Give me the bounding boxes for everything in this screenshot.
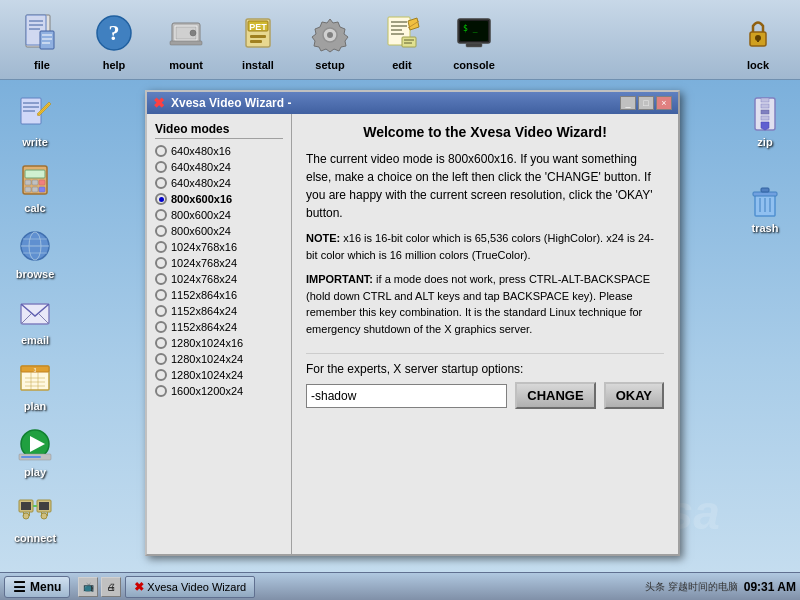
svg-rect-40 <box>757 38 759 42</box>
svg-rect-76 <box>21 502 31 510</box>
radio-800x600x24[interactable]: 800x600x24 <box>155 209 283 221</box>
desktop-icon-connect[interactable]: connect <box>0 484 70 550</box>
desktop-icon-calc[interactable]: calc <box>0 154 70 220</box>
radio-label-640x480x24-2: 640x480x24 <box>171 177 231 189</box>
help-icon: ? <box>90 9 138 57</box>
wizard-note: NOTE: x16 is 16-bit color which is 65,53… <box>306 230 664 263</box>
taskbar-item-mount[interactable]: mount <box>152 5 220 75</box>
radio-1024x768x24[interactable]: 1024x768x24 <box>155 257 283 269</box>
radio-640x480x24[interactable]: 640x480x24 <box>155 161 283 173</box>
taskbar-item-install[interactable]: PET install <box>224 5 292 75</box>
experts-input-row: CHANGE OKAY <box>306 382 664 409</box>
svg-rect-20 <box>250 35 266 38</box>
radio-label-1280x1024x16: 1280x1024x16 <box>171 337 243 349</box>
desktop-icon-write[interactable]: write <box>0 88 70 154</box>
radio-label-800x600x24-2: 800x600x24 <box>171 225 231 237</box>
radio-640x480x24-2[interactable]: 640x480x24 <box>155 177 283 189</box>
desktop-icon-play[interactable]: play <box>0 418 70 484</box>
radio-800x600x16[interactable]: 800x600x16 <box>155 193 283 205</box>
desktop-icon-email[interactable]: email <box>0 286 70 352</box>
taskbar-indicator-2[interactable]: 🖨 <box>101 577 121 597</box>
taskbar-bottom: ☰ Menu 📺 🖨 ✖ Xvesa Video Wizard 头条 穿越时间的… <box>0 572 800 600</box>
radio-circle-1280x1024x16 <box>155 337 167 349</box>
taskbar-item-lock[interactable]: lock-icon lock <box>724 5 792 75</box>
desktop-icon-browse[interactable]: browse <box>0 220 70 286</box>
desktop-icon-plan-label: plan <box>24 400 47 412</box>
svg-text:$ _: $ _ <box>463 24 478 33</box>
taskbar-xvesa-window[interactable]: ✖ Xvesa Video Wizard <box>125 576 255 598</box>
desktop-icon-trash[interactable]: trash <box>730 174 800 240</box>
radio-circle-1600x1200x24 <box>155 385 167 397</box>
desktop-icon-connect-label: connect <box>14 532 56 544</box>
change-button[interactable]: CHANGE <box>515 382 595 409</box>
radio-label-1024x768x24: 1024x768x24 <box>171 257 237 269</box>
wizard-important: IMPORTANT: if a mode does not work, pres… <box>306 271 664 337</box>
taskbar-item-file[interactable]: file <box>8 5 76 75</box>
radio-1024x768x16[interactable]: 1024x768x16 <box>155 241 283 253</box>
dialog-close-button[interactable]: × <box>656 96 672 110</box>
radio-1152x864x24[interactable]: 1152x864x24 <box>155 305 283 317</box>
taskbar-item-setup[interactable]: setup <box>296 5 364 75</box>
menu-icon: ☰ <box>13 579 26 595</box>
experts-input[interactable] <box>306 384 507 408</box>
svg-rect-51 <box>39 180 45 185</box>
svg-rect-74 <box>21 456 41 458</box>
radio-circle-1280x1024x24 <box>155 353 167 365</box>
radio-circle-1024x768x24-2 <box>155 273 167 285</box>
radio-label-800x600x16: 800x600x16 <box>171 193 232 205</box>
desktop-icon-trash-label: trash <box>752 222 779 234</box>
taskbar-indicator-1[interactable]: 📺 <box>78 577 98 597</box>
trash-icon <box>745 180 785 220</box>
taskbar-top: file ? help mount <box>0 0 800 80</box>
start-menu-button[interactable]: ☰ Menu <box>4 576 70 598</box>
radio-1280x1024x24[interactable]: 1280x1024x24 <box>155 353 283 365</box>
svg-rect-29 <box>402 37 416 47</box>
dialog-titlebar-buttons: _ □ × <box>620 96 672 110</box>
svg-rect-78 <box>39 502 49 510</box>
taskbar-edit-label: edit <box>392 59 412 71</box>
desktop-icon-email-label: email <box>21 334 49 346</box>
note-text: x16 is 16-bit color which is 65,536 colo… <box>306 232 654 261</box>
console-icon: $ _ <box>450 9 498 57</box>
radio-1280x1024x16[interactable]: 1280x1024x16 <box>155 337 283 349</box>
dialog-video-modes-panel: Video modes 640x480x16 640x480x24 640x48… <box>147 114 292 554</box>
radio-circle-1280x1024x24-2 <box>155 369 167 381</box>
svg-rect-48 <box>25 170 45 178</box>
svg-point-15 <box>190 30 196 36</box>
radio-1024x768x24-2[interactable]: 1024x768x24 <box>155 273 283 285</box>
radio-label-640x480x24: 640x480x24 <box>171 161 231 173</box>
desktop-icon-plan[interactable]: 3 plan <box>0 352 70 418</box>
dialog-maximize-button[interactable]: □ <box>638 96 654 110</box>
radio-circle-1024x768x16 <box>155 241 167 253</box>
radio-label-800x600x24: 800x600x24 <box>171 209 231 221</box>
dialog-title-x-icon: ✖ <box>153 95 165 111</box>
desktop-icon-zip[interactable]: zip <box>730 88 800 154</box>
radio-label-1024x768x24-2: 1024x768x24 <box>171 273 237 285</box>
radio-label-1152x864x24-2: 1152x864x24 <box>171 321 237 333</box>
chinese-text: 头条 穿越时间的电脑 <box>645 580 738 594</box>
taskbar-item-console[interactable]: $ _ console <box>440 5 508 75</box>
email-icon <box>15 292 55 332</box>
taskbar-item-edit[interactable]: edit <box>368 5 436 75</box>
radio-800x600x24-2[interactable]: 800x600x24 <box>155 225 283 237</box>
experts-row: For the experts, X server startup option… <box>306 362 664 376</box>
plan-icon: 3 <box>15 358 55 398</box>
radio-1152x864x16[interactable]: 1152x864x16 <box>155 289 283 301</box>
clock: 09:31 AM <box>744 580 796 594</box>
radio-label-1152x864x16: 1152x864x16 <box>171 289 237 301</box>
desktop-icon-calc-label: calc <box>24 202 45 214</box>
radio-1600x1200x24[interactable]: 1600x1200x24 <box>155 385 283 397</box>
radio-640x480x16[interactable]: 640x480x16 <box>155 145 283 157</box>
svg-rect-83 <box>41 512 42 516</box>
taskbar-item-help[interactable]: ? help <box>80 5 148 75</box>
radio-circle-800x600x24-2 <box>155 225 167 237</box>
radio-1280x1024x24-2[interactable]: 1280x1024x24 <box>155 369 283 381</box>
experts-label: For the experts, X server startup option… <box>306 362 523 376</box>
okay-button[interactable]: OKAY <box>604 382 664 409</box>
desktop-icon-write-label: write <box>22 136 48 148</box>
dialog-minimize-button[interactable]: _ <box>620 96 636 110</box>
taskbar-window-label: Xvesa Video Wizard <box>147 581 246 593</box>
radio-1152x864x24-2[interactable]: 1152x864x24 <box>155 321 283 333</box>
svg-rect-86 <box>761 98 769 102</box>
calc-icon <box>15 160 55 200</box>
